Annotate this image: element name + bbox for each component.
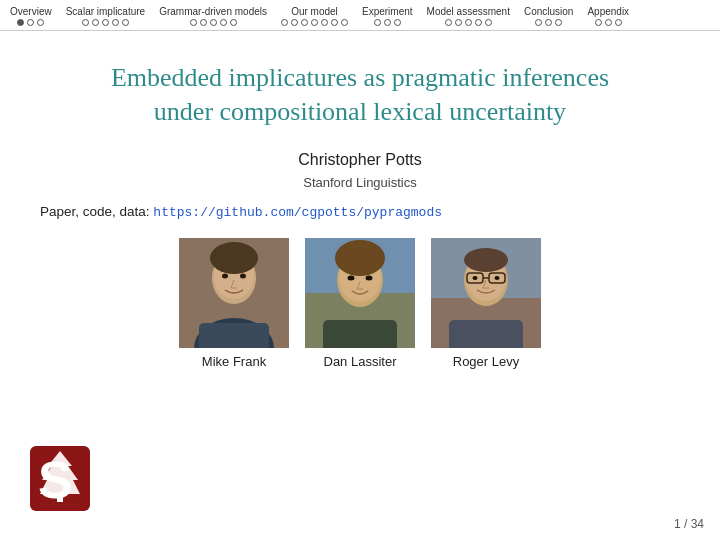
- nav-dot: [92, 19, 99, 26]
- nav-dot: [445, 19, 452, 26]
- nav-dot: [605, 19, 612, 26]
- nav-dot: [27, 19, 34, 26]
- photo-roger: [431, 238, 541, 348]
- nav-label-overview: Overview: [10, 6, 52, 17]
- nav-dot: [384, 19, 391, 26]
- svg-rect-32: [57, 494, 63, 502]
- nav-dot: [82, 19, 89, 26]
- paper-link-row: Paper, code, data: https://github.com/cg…: [40, 204, 442, 220]
- institution-name: Stanford Linguistics: [303, 175, 416, 190]
- nav-dot: [394, 19, 401, 26]
- nav-dot: [112, 19, 119, 26]
- nav-dot: [311, 19, 318, 26]
- nav-dot: [465, 19, 472, 26]
- nav-dot: [281, 19, 288, 26]
- contributor-dan: Dan Lassiter: [305, 238, 415, 369]
- nav-dot: [485, 19, 492, 26]
- nav-dot: [210, 19, 217, 26]
- nav-section-modelassess[interactable]: Model assessment: [427, 6, 510, 26]
- nav-dots-experiment: [374, 19, 401, 26]
- nav-dot: [301, 19, 308, 26]
- svg-point-6: [222, 273, 228, 278]
- contributor-roger: Roger Levy: [431, 238, 541, 369]
- nav-dot: [291, 19, 298, 26]
- nav-dot: [374, 19, 381, 26]
- page-number: 1 / 34: [674, 517, 704, 531]
- nav-dot: [615, 19, 622, 26]
- nav-dot: [17, 19, 24, 26]
- nav-label-experiment: Experiment: [362, 6, 413, 17]
- nav-dot: [545, 19, 552, 26]
- nav-label-scalar: Scalar implicature: [66, 6, 145, 17]
- nav-dots-overview: [17, 19, 44, 26]
- nav-dot: [230, 19, 237, 26]
- nav-label-appendix: Appendix: [587, 6, 629, 17]
- svg-point-22: [464, 248, 508, 272]
- nav-section-appendix[interactable]: Appendix: [587, 6, 629, 26]
- nav-dot: [535, 19, 542, 26]
- svg-point-28: [495, 276, 500, 280]
- contributors-row: Mike Frank: [179, 238, 541, 369]
- nav-dot: [331, 19, 338, 26]
- nav-label-conclusion: Conclusion: [524, 6, 573, 17]
- photo-dan: [305, 238, 415, 348]
- nav-dots-grammar: [190, 19, 237, 26]
- nav-dot: [341, 19, 348, 26]
- slide-title: Embedded implicatures as pragmatic infer…: [111, 61, 609, 129]
- stanford-logo: S: [30, 446, 90, 511]
- nav-section-conclusion[interactable]: Conclusion: [524, 6, 573, 26]
- contributor-name-dan: Dan Lassiter: [324, 354, 397, 369]
- svg-rect-14: [323, 320, 397, 348]
- nav-section-grammar[interactable]: Grammar-driven models: [159, 6, 267, 26]
- svg-point-3: [210, 242, 258, 274]
- nav-dot: [102, 19, 109, 26]
- nav-bar: Overview Scalar implicature Grammar-driv…: [0, 0, 720, 31]
- nav-dot: [200, 19, 207, 26]
- nav-section-ourmodel[interactable]: Our model: [281, 6, 348, 26]
- contributor-name-mike: Mike Frank: [202, 354, 266, 369]
- main-content: Embedded implicatures as pragmatic infer…: [0, 31, 720, 379]
- svg-rect-5: [199, 323, 269, 348]
- nav-dot: [475, 19, 482, 26]
- nav-dot: [555, 19, 562, 26]
- nav-dots-scalar: [82, 19, 129, 26]
- svg-point-16: [366, 275, 373, 280]
- author-name: Christopher Potts: [298, 151, 422, 169]
- nav-dot: [321, 19, 328, 26]
- nav-label-ourmodel: Our model: [291, 6, 338, 17]
- nav-dot: [220, 19, 227, 26]
- nav-dot: [37, 19, 44, 26]
- contributor-name-roger: Roger Levy: [453, 354, 519, 369]
- nav-dot: [595, 19, 602, 26]
- nav-dot: [455, 19, 462, 26]
- nav-section-scalar[interactable]: Scalar implicature: [66, 6, 145, 26]
- contributor-mike: Mike Frank: [179, 238, 289, 369]
- svg-point-7: [240, 273, 246, 278]
- nav-dot: [122, 19, 129, 26]
- nav-dots-ourmodel: [281, 19, 348, 26]
- svg-point-27: [473, 276, 478, 280]
- nav-dots-modelassess: [445, 19, 492, 26]
- nav-dot: [190, 19, 197, 26]
- nav-label-modelassess: Model assessment: [427, 6, 510, 17]
- nav-label-grammar: Grammar-driven models: [159, 6, 267, 17]
- svg-point-13: [335, 240, 385, 276]
- paper-url-link[interactable]: https://github.com/cgpotts/pypragmods: [153, 205, 442, 220]
- paper-label: Paper, code, data:: [40, 204, 150, 219]
- nav-section-overview[interactable]: Overview: [10, 6, 52, 26]
- nav-dots-conclusion: [535, 19, 562, 26]
- svg-point-15: [348, 275, 355, 280]
- nav-section-experiment[interactable]: Experiment: [362, 6, 413, 26]
- photo-mike: [179, 238, 289, 348]
- nav-dots-appendix: [595, 19, 622, 26]
- svg-rect-26: [449, 320, 523, 348]
